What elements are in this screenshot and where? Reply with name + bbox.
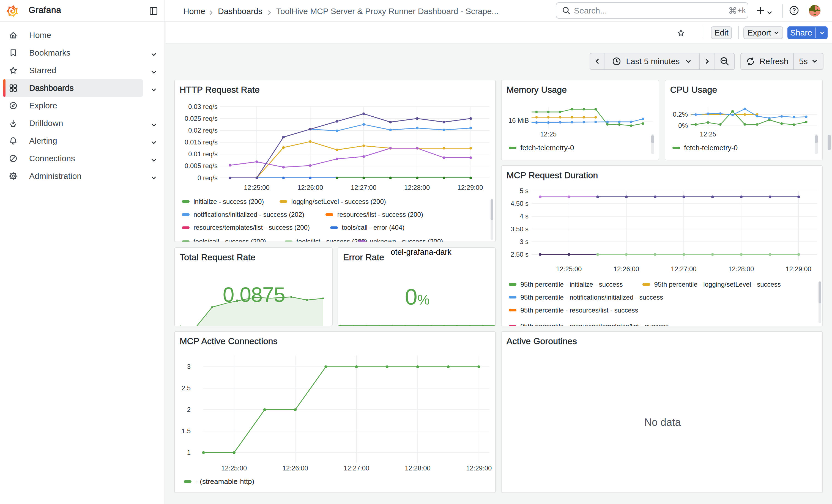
svg-text:0.01 req/s: 0.01 req/s: [188, 151, 218, 158]
svg-text:0.005 req/s: 0.005 req/s: [185, 162, 218, 170]
svg-text:3 s: 3 s: [520, 238, 528, 245]
svg-text:0.025 req/s: 0.025 req/s: [185, 115, 218, 122]
svg-text:16 MiB: 16 MiB: [509, 117, 529, 124]
svg-text:2.50 s: 2.50 s: [511, 250, 528, 258]
svg-text:12:25:00: 12:25:00: [556, 265, 582, 273]
svg-text:0.02 req/s: 0.02 req/s: [188, 127, 218, 134]
svg-text:12:29:00: 12:29:00: [457, 184, 483, 191]
svg-text:12:27:00: 12:27:00: [671, 265, 696, 273]
svg-text:12:28:00: 12:28:00: [728, 265, 754, 273]
svg-text:4.50 s: 4.50 s: [511, 200, 528, 207]
svg-text:5 s: 5 s: [520, 187, 528, 194]
svg-text:12:25:00: 12:25:00: [221, 465, 247, 472]
svg-text:2: 2: [187, 406, 191, 413]
svg-text:12:28:00: 12:28:00: [405, 465, 431, 472]
svg-text:12:29:00: 12:29:00: [466, 465, 492, 472]
svg-text:0.03 req/s: 0.03 req/s: [188, 103, 218, 110]
svg-text:12:29:00: 12:29:00: [786, 265, 811, 273]
svg-text:12:26:00: 12:26:00: [297, 184, 323, 191]
svg-text:1.5: 1.5: [182, 427, 191, 435]
svg-text:12:25:00: 12:25:00: [244, 184, 270, 191]
svg-text:12:25: 12:25: [540, 130, 556, 138]
svg-text:12:26:00: 12:26:00: [283, 465, 308, 472]
svg-text:1: 1: [187, 449, 191, 456]
svg-text:0.2%: 0.2%: [673, 111, 688, 118]
svg-text:3.50 s: 3.50 s: [511, 225, 528, 233]
svg-text:2.5: 2.5: [182, 384, 191, 392]
svg-text:4 s: 4 s: [520, 213, 528, 220]
svg-text:12:26:00: 12:26:00: [614, 265, 639, 273]
svg-text:12:27:00: 12:27:00: [351, 184, 376, 191]
svg-text:0.015 req/s: 0.015 req/s: [185, 139, 218, 146]
svg-text:12:27:00: 12:27:00: [344, 465, 369, 472]
svg-text:12:28:00: 12:28:00: [404, 184, 430, 191]
svg-text:0%: 0%: [678, 122, 688, 130]
svg-text:3: 3: [187, 363, 191, 370]
svg-text:0 req/s: 0 req/s: [198, 174, 218, 182]
svg-text:12:25: 12:25: [700, 130, 716, 138]
